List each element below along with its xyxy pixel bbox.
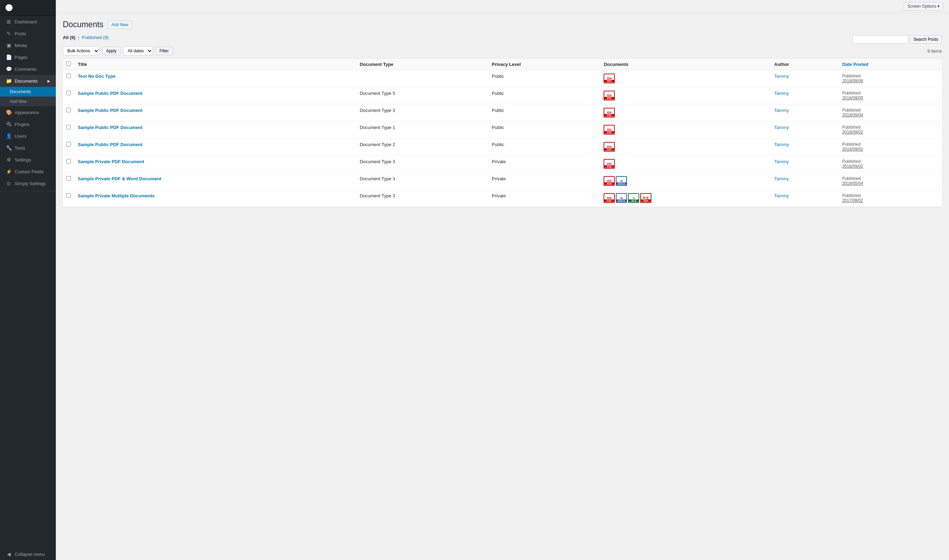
document-file-icon[interactable]: ENPDF xyxy=(604,159,615,169)
collapse-menu-button[interactable]: ◀ Collapse menu xyxy=(0,548,56,560)
row-title-cell: Sample Public PDF Document xyxy=(74,122,356,138)
row-title-cell: Sample Public PDF Document xyxy=(74,138,356,155)
sidebar-item-simply-settings[interactable]: ⊙ Simply Settings xyxy=(0,177,56,189)
sidebar-item-label: Posts xyxy=(15,31,26,36)
document-title-link[interactable]: Test No Doc Type xyxy=(78,74,116,79)
document-title-link[interactable]: Sample Public PDF Document xyxy=(78,142,143,147)
row-documents-cell: ENPDF xyxy=(600,138,771,155)
sidebar-item-custom-fields[interactable]: ⚡ Custom Fields xyxy=(0,166,56,177)
search-posts-button[interactable]: Search Posts xyxy=(910,35,942,44)
document-title-link[interactable]: Sample Private Multiple Documents xyxy=(78,193,154,198)
document-file-icon[interactable]: NDOCX xyxy=(616,193,627,203)
select-all-checkbox[interactable] xyxy=(66,62,71,66)
sidebar-subitem-label: Add New xyxy=(10,99,27,104)
table-row: Sample Public PDF DocumentDocument Type … xyxy=(63,87,942,104)
row-checkbox[interactable] xyxy=(66,142,71,146)
posts-icon: ✎ xyxy=(6,31,12,36)
screen-options-button[interactable]: Screen Options ▾ xyxy=(904,2,943,11)
document-file-icon[interactable]: ENPDF xyxy=(604,125,615,135)
sidebar-item-media[interactable]: ▣ Media xyxy=(0,39,56,51)
row-date-cell: Published2018/05/04 xyxy=(839,172,942,190)
filter-right: 9 items xyxy=(927,48,942,54)
sidebar-subitem-add-new[interactable]: Add New xyxy=(0,97,56,106)
row-date: 2017/08/02 xyxy=(842,198,938,203)
sidebar-item-comments[interactable]: 💬 Comments xyxy=(0,63,56,75)
sidebar-item-posts[interactable]: ✎ Posts xyxy=(0,28,56,39)
document-file-icon[interactable]: ENPDF xyxy=(604,193,615,203)
author-link[interactable]: Tammy xyxy=(774,142,789,147)
settings-icon: ⚙ xyxy=(6,157,12,163)
row-checkbox[interactable] xyxy=(66,176,71,181)
dates-select[interactable]: All dates xyxy=(123,46,153,55)
row-documents-cell: ENPDFNDOCXXXLS中文PDF xyxy=(600,190,771,207)
sidebar-item-label: Plugins xyxy=(15,122,30,127)
document-file-icon[interactable]: NDOCX xyxy=(616,176,627,186)
row-status: Published xyxy=(842,74,938,78)
document-file-icon[interactable]: ENPDF xyxy=(604,91,615,100)
sidebar-item-plugins[interactable]: 🔌 Plugins xyxy=(0,118,56,130)
document-file-icon[interactable]: ENPDF xyxy=(604,108,615,117)
author-link[interactable]: Tammy xyxy=(774,91,789,96)
view-all-link[interactable]: All (9) xyxy=(63,35,75,40)
bulk-actions-select[interactable]: Bulk Actions xyxy=(63,46,99,55)
row-date-cell: Published2018/09/06 xyxy=(839,70,942,87)
apply-button[interactable]: Apply xyxy=(102,47,120,55)
document-file-icon[interactable]: 中文PDF xyxy=(640,193,652,203)
sidebar-item-dashboard[interactable]: ⊞ Dashboard xyxy=(0,16,56,28)
sidebar-item-documents[interactable]: 📁 Documents ▶ xyxy=(0,75,56,87)
sidebar-item-users[interactable]: 👤 Users xyxy=(0,130,56,142)
author-link[interactable]: Tammy xyxy=(774,176,789,181)
page-header: Documents Add New xyxy=(63,20,942,29)
row-date-cell: Published2018/09/04 xyxy=(839,104,942,122)
row-checkbox[interactable] xyxy=(66,125,71,129)
search-input[interactable] xyxy=(852,35,908,44)
row-checkbox-cell xyxy=(63,138,74,155)
sidebar-item-tools[interactable]: 🔧 Tools xyxy=(0,142,56,154)
date-sort-link[interactable]: Date Posted xyxy=(842,62,868,67)
table-row: Sample Public PDF DocumentDocument Type … xyxy=(63,122,942,138)
row-title-cell: Sample Private Multiple Documents xyxy=(74,190,356,207)
filter-button[interactable]: Filter xyxy=(156,47,173,55)
filter-bar: Bulk Actions Apply All dates Filter 9 it… xyxy=(63,46,942,55)
row-title-cell: Sample Private PDF & Word Document xyxy=(74,172,356,190)
document-title-link[interactable]: Sample Public PDF Document xyxy=(78,108,143,113)
row-date: 2018/09/04 xyxy=(842,112,938,117)
author-link[interactable]: Tammy xyxy=(774,125,789,130)
document-title-link[interactable]: Sample Private PDF & Word Document xyxy=(78,176,162,181)
row-checkbox-cell xyxy=(63,155,74,172)
add-new-button[interactable]: Add New xyxy=(108,21,132,29)
row-doc-type-cell xyxy=(356,70,488,87)
sidebar-item-settings[interactable]: ⚙ Settings xyxy=(0,154,56,166)
sidebar-subitem-documents[interactable]: Documents xyxy=(0,87,56,97)
document-file-icon[interactable]: XXLS xyxy=(628,193,639,203)
document-title-link[interactable]: Sample Public PDF Document xyxy=(78,91,143,96)
row-author-cell: Tammy xyxy=(771,87,839,104)
sidebar: ⊞ Dashboard ✎ Posts ▣ Media 📄 Pages 💬 Co… xyxy=(0,0,56,560)
row-checkbox[interactable] xyxy=(66,108,71,112)
row-privacy-cell: Private xyxy=(488,190,601,207)
author-link[interactable]: Tammy xyxy=(774,74,789,79)
view-published-link[interactable]: Published (9) xyxy=(82,35,109,40)
row-checkbox[interactable] xyxy=(66,193,71,198)
sidebar-item-pages[interactable]: 📄 Pages xyxy=(0,51,56,63)
document-file-icon[interactable]: ENPDF xyxy=(604,142,615,152)
row-doc-type-cell: Document Type 2 xyxy=(356,138,488,155)
author-link[interactable]: Tammy xyxy=(774,193,789,198)
row-documents-cell: ENPDFNDOCX xyxy=(600,172,771,190)
sidebar-item-label: Pages xyxy=(15,55,28,60)
author-link[interactable]: Tammy xyxy=(774,159,789,164)
document-file-icon[interactable]: ENPDF xyxy=(604,176,615,186)
document-title-link[interactable]: Sample Public PDF Document xyxy=(78,125,143,130)
row-doc-type-cell: Document Type 3 xyxy=(356,155,488,172)
row-checkbox-cell xyxy=(63,70,74,87)
sidebar-item-appearance[interactable]: 🎨 Appearance xyxy=(0,106,56,118)
row-checkbox[interactable] xyxy=(66,159,71,163)
col-date: Date Posted xyxy=(839,58,942,70)
sidebar-divider xyxy=(0,191,56,191)
document-file-icon[interactable]: ENPDF xyxy=(604,74,615,83)
author-link[interactable]: Tammy xyxy=(774,108,789,113)
document-title-link[interactable]: Sample Private PDF Document xyxy=(78,159,144,164)
row-checkbox[interactable] xyxy=(66,91,71,95)
row-checkbox[interactable] xyxy=(66,74,71,78)
row-author-cell: Tammy xyxy=(771,138,839,155)
